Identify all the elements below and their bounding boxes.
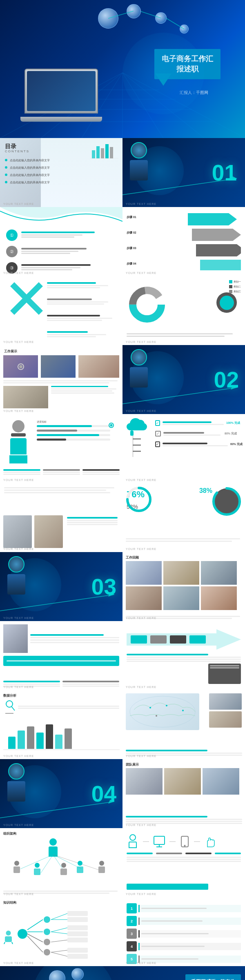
icon-circle-1: ① bbox=[6, 229, 18, 241]
tech-your-text: YOUR TEXT HERE bbox=[126, 893, 156, 895]
section-number-01: 01 bbox=[212, 160, 237, 186]
wave-left-your-text: YOUR TEXT HERE bbox=[3, 272, 34, 274]
circle-86 bbox=[210, 485, 243, 518]
person-photo-1 bbox=[3, 515, 32, 548]
color-steps-area: 1 2 3 4 bbox=[127, 903, 241, 966]
people-your-text: YOUR TEXT HERE bbox=[3, 548, 34, 550]
teal-dot-4 bbox=[5, 181, 7, 183]
svg-rect-87 bbox=[67, 948, 88, 953]
mindmap-your-text: YOUR TEXT HERE bbox=[3, 962, 34, 964]
svg-line-67 bbox=[27, 920, 43, 930]
grid-photo-4 bbox=[126, 586, 162, 610]
slide-world-map: YOUR TEXT HERE bbox=[122, 690, 245, 759]
contents-subtitle: CONTENTS bbox=[5, 149, 29, 153]
slide-final: 千图网感谢一路有你 YOUR TEXT HERE bbox=[0, 966, 245, 980]
icon-circle-2: ② bbox=[6, 246, 18, 257]
pct-your-text: YOUR TEXT HERE bbox=[126, 548, 156, 550]
svg-line-71 bbox=[51, 913, 67, 920]
arrow-boxes bbox=[127, 629, 241, 650]
cover-title-line2: 报述职 bbox=[162, 64, 213, 74]
mindmap-person bbox=[3, 930, 13, 946]
svg-line-91 bbox=[4, 942, 5, 944]
svg-marker-26 bbox=[200, 260, 241, 270]
arrow-steps-svg bbox=[188, 213, 241, 270]
svg-point-65 bbox=[184, 845, 186, 846]
row-bar-globe: 数据分析 bbox=[0, 690, 245, 759]
photo-grid-your-text: YOUR TEXT HERE bbox=[126, 617, 156, 619]
slide-cloud-check: ✓ 100% 完成 ✓ 80% 完成 ✓ bbox=[122, 414, 245, 483]
photo-grid-title: 工作回顾 bbox=[126, 555, 139, 560]
teal-dot-1 bbox=[5, 159, 7, 161]
slide-people-text: YOUR TEXT HERE bbox=[0, 483, 122, 552]
step-label-1: 步骤 01 bbox=[127, 215, 136, 219]
p3-photo-1 bbox=[126, 768, 163, 795]
svg-point-49 bbox=[130, 696, 195, 727]
team-photo-1 bbox=[209, 693, 242, 710]
pct-text bbox=[126, 538, 242, 542]
svg-line-6 bbox=[122, 73, 245, 138]
cover-title: 电子商务工作汇 bbox=[162, 54, 213, 64]
svg-rect-45 bbox=[189, 635, 206, 644]
svg-rect-17 bbox=[101, 148, 104, 158]
step-label-3: 步骤 03 bbox=[127, 246, 136, 250]
svg-line-70 bbox=[27, 936, 43, 952]
slide-arrow-infographic: YOUR TEXT HERE bbox=[122, 621, 245, 690]
tech-icons-text bbox=[127, 853, 241, 862]
svg-rect-85 bbox=[67, 931, 88, 936]
gear-decoration bbox=[106, 420, 116, 432]
legend: 类别一 类别二 类别三 bbox=[229, 280, 241, 294]
svg-line-92 bbox=[12, 942, 13, 944]
svg-line-77 bbox=[51, 952, 67, 956]
svg-point-51 bbox=[166, 705, 167, 706]
circle-76 bbox=[125, 485, 153, 514]
svg-point-78 bbox=[44, 916, 50, 923]
contents-item-3: 点击此处输入您的具体内容文字 bbox=[5, 173, 50, 177]
graduate-figure bbox=[6, 420, 31, 461]
svg-point-30 bbox=[139, 296, 155, 313]
svg-point-31 bbox=[19, 365, 22, 368]
svg-point-34 bbox=[110, 424, 113, 427]
gray-box-br bbox=[208, 664, 241, 684]
svg-marker-23 bbox=[188, 213, 237, 225]
contents-item-4: 点击此处输入您的具体内容文字 bbox=[5, 180, 50, 185]
bottom-content bbox=[3, 515, 119, 548]
row-s03-photos: 03 YOUR TEXT HERE 工作回顾 YOUR TEXT HERE bbox=[0, 552, 245, 621]
svg-marker-25 bbox=[196, 244, 241, 256]
svg-point-50 bbox=[149, 707, 151, 708]
cross-text-3 bbox=[47, 315, 116, 321]
slide-section-02: 02 YOUR TEXT HERE bbox=[122, 345, 245, 414]
grid-photo-3 bbox=[201, 561, 237, 585]
cover-title-box: 电子商务工作汇 报述职 bbox=[154, 49, 220, 79]
slide-bar-chart: 数据分析 bbox=[0, 690, 122, 759]
svg-rect-42 bbox=[131, 635, 147, 644]
row-cross-pie: YOUR TEXT HERE 类别一 类别二 类别三 YOUR TEXT HER… bbox=[0, 276, 245, 345]
slide-tech-icons: YOUR TEXT HERE bbox=[122, 828, 245, 897]
bar-chart-area bbox=[8, 720, 72, 749]
info-photo bbox=[3, 624, 28, 653]
svg-rect-83 bbox=[67, 917, 88, 922]
slide-percentages: 76% 53% 38% 86% YOUR TEXT HERE bbox=[122, 483, 245, 552]
bar-baseline bbox=[3, 749, 120, 750]
photos-3col-text bbox=[126, 816, 242, 824]
svg-line-75 bbox=[51, 940, 67, 942]
cross-text-1 bbox=[47, 282, 116, 288]
top-text-area bbox=[4, 487, 118, 493]
svg-point-80 bbox=[44, 939, 50, 945]
step-label-2: 步骤 02 bbox=[127, 231, 136, 235]
cross-your-text: YOUR TEXT HERE bbox=[3, 341, 34, 343]
info-your-text: YOUR TEXT HERE bbox=[3, 686, 34, 688]
sat-person-4 bbox=[76, 861, 85, 873]
ai-figure-01 bbox=[127, 142, 151, 183]
svg-rect-88 bbox=[67, 954, 88, 959]
map-your-text: YOUR TEXT HERE bbox=[126, 755, 156, 757]
section01-your-text: YOUR TEXT HERE bbox=[126, 203, 156, 205]
row-tree-steps: 知识结构 bbox=[0, 897, 245, 966]
wave-top bbox=[0, 207, 122, 227]
person-photo-2 bbox=[34, 515, 63, 548]
svg-rect-18 bbox=[105, 144, 109, 158]
cloud-your-text: YOUR TEXT HERE bbox=[126, 479, 156, 481]
teal-dot-3 bbox=[5, 174, 7, 176]
sat-person-5 bbox=[97, 861, 106, 873]
orb-1 bbox=[98, 8, 118, 29]
dark-circle-right bbox=[216, 292, 237, 313]
